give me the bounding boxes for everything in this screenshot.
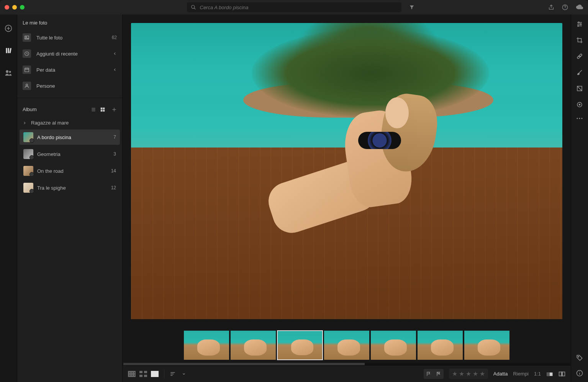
add-photos-icon[interactable]: [0, 22, 17, 34]
album-item-geometria[interactable]: Geometria 3: [20, 146, 120, 162]
album-count: 3: [113, 151, 116, 157]
help-icon[interactable]: [562, 4, 568, 10]
search-input[interactable]: [200, 5, 398, 10]
left-panel: Le mie foto Tutte le foto 62 Aggiunti di…: [17, 15, 123, 382]
brush-icon[interactable]: [576, 69, 583, 76]
minimize-window-button[interactable]: [12, 5, 17, 10]
svg-point-50: [579, 104, 580, 105]
album-item-tra-le-spighe[interactable]: Tra le spighe 12: [20, 180, 120, 195]
edit-sliders-icon[interactable]: [576, 21, 583, 28]
keywords-tag-icon[interactable]: [576, 354, 583, 361]
svg-line-1: [194, 8, 195, 10]
share-icon[interactable]: [548, 4, 554, 10]
search-field-wrap[interactable]: [187, 2, 401, 12]
star-icon[interactable]: ★: [473, 370, 478, 377]
svg-rect-26: [103, 110, 105, 111]
svg-point-10: [6, 70, 8, 73]
more-icon[interactable]: [576, 117, 583, 120]
album-thumb: [23, 132, 33, 142]
list-view-icon[interactable]: [91, 107, 96, 112]
add-album-icon[interactable]: [111, 107, 117, 112]
svg-point-39: [578, 22, 579, 23]
search-icon: [191, 5, 196, 10]
photo-viewer[interactable]: [123, 15, 571, 328]
filter-icon[interactable]: [409, 5, 414, 10]
zoom-fill-button[interactable]: Riempi: [513, 371, 528, 377]
sidebar-recent[interactable]: Aggiunti di recente: [17, 46, 122, 62]
album-group[interactable]: Ragazze al mare: [17, 117, 122, 129]
album-item-on-the-road[interactable]: On the road 14: [20, 163, 120, 179]
radial-gradient-icon[interactable]: [576, 101, 583, 108]
star-icon[interactable]: ★: [466, 370, 471, 377]
chevron-right-icon: [23, 121, 27, 125]
main-photo: [131, 23, 562, 319]
linear-gradient-icon[interactable]: [576, 85, 583, 92]
album-count: 12: [111, 185, 116, 190]
svg-rect-25: [101, 110, 103, 111]
sort-icon[interactable]: [170, 371, 177, 377]
sidebar-item-label: Tutte le foto: [36, 35, 62, 41]
library-icon[interactable]: [0, 44, 17, 57]
svg-rect-35: [559, 372, 562, 376]
sidebar-by-date[interactable]: Per data: [17, 62, 122, 78]
maximize-window-button[interactable]: [20, 5, 25, 10]
star-rating[interactable]: ★ ★ ★ ★ ★: [449, 369, 488, 379]
sidebar-all-photos[interactable]: Tutte le foto 62: [17, 30, 122, 46]
filmstrip-thumb[interactable]: [464, 330, 510, 360]
svg-point-46: [578, 56, 579, 56]
close-window-button[interactable]: [5, 5, 9, 10]
filmstrip-thumb[interactable]: [370, 330, 416, 360]
album-label: Tra le spighe: [37, 185, 66, 191]
star-icon[interactable]: ★: [480, 370, 485, 377]
svg-rect-36: [563, 372, 565, 376]
show-original-icon[interactable]: [546, 371, 553, 377]
clock-icon: [23, 49, 31, 58]
svg-rect-15: [25, 68, 29, 72]
chevron-left-icon: [113, 68, 117, 72]
svg-point-0: [191, 5, 194, 8]
grid-large-view-button[interactable]: [139, 371, 147, 377]
svg-rect-23: [101, 107, 103, 109]
filmstrip-thumb[interactable]: [324, 330, 370, 360]
my-photos-header: Le mie foto: [17, 15, 122, 30]
album-thumb: [23, 166, 33, 176]
grid-small-view-button[interactable]: [128, 371, 136, 377]
compare-icon[interactable]: [559, 371, 565, 377]
flag-buttons: [424, 369, 444, 379]
star-icon[interactable]: ★: [459, 370, 464, 377]
svg-point-54: [578, 356, 579, 357]
grid-view-icon[interactable]: [100, 107, 105, 112]
filmstrip-thumb-selected[interactable]: [277, 330, 323, 360]
svg-point-13: [26, 37, 26, 38]
svg-rect-24: [103, 107, 105, 109]
flag-pick-button[interactable]: [424, 369, 434, 379]
album-item-a-bordo-piscina[interactable]: A bordo piscina 7: [20, 130, 120, 145]
people-icon[interactable]: [0, 67, 17, 79]
album-label: On the road: [37, 168, 64, 174]
crop-icon[interactable]: [576, 37, 583, 44]
svg-point-52: [579, 118, 580, 119]
zoom-fit-button[interactable]: Adatta: [493, 371, 508, 377]
flag-reject-button[interactable]: [434, 369, 444, 379]
titlebar: [0, 0, 588, 15]
svg-point-19: [26, 84, 28, 86]
svg-point-57: [579, 372, 580, 372]
info-icon[interactable]: [576, 370, 583, 377]
filmstrip-thumb[interactable]: [230, 330, 276, 360]
sort-dropdown-icon[interactable]: [182, 372, 186, 376]
svg-point-3: [565, 8, 565, 9]
album-count: 7: [113, 134, 116, 140]
album-count: 14: [111, 168, 116, 174]
sidebar-people[interactable]: Persone: [17, 78, 122, 94]
zoom-1to1-button[interactable]: 1:1: [534, 371, 541, 377]
single-view-button[interactable]: [151, 371, 159, 377]
album-thumb: [23, 149, 33, 159]
cloud-sync-icon[interactable]: [576, 4, 583, 10]
heal-bandaid-icon[interactable]: [576, 53, 583, 60]
album-label: A bordo piscina: [37, 134, 71, 140]
sidebar-item-label: Per data: [36, 67, 55, 73]
filmstrip-thumb[interactable]: [183, 330, 229, 360]
filmstrip-thumb[interactable]: [417, 330, 463, 360]
star-icon[interactable]: ★: [452, 370, 457, 377]
svg-rect-9: [9, 48, 11, 53]
